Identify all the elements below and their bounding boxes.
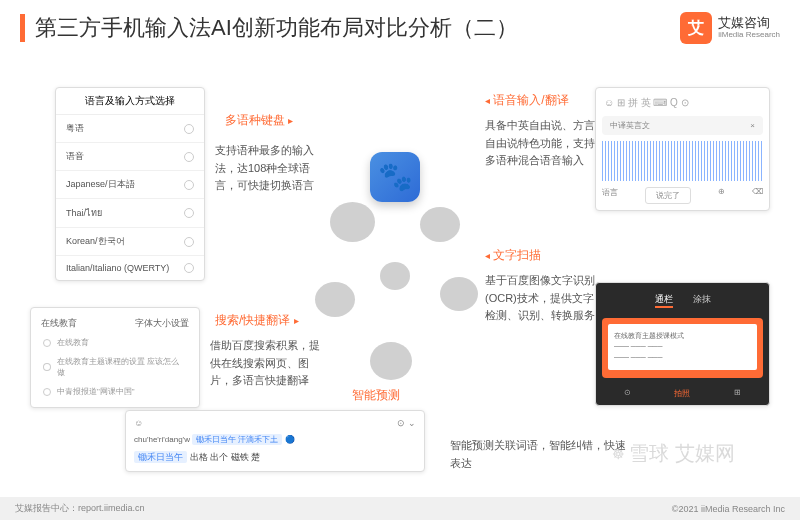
- watermark: ☸雪球 艾媒网: [612, 440, 735, 467]
- search-tab[interactable]: 在线教育: [41, 317, 77, 330]
- ocr-panel: 通栏涂抹 在线教育主题授课模式─── ─── ────── ─── ─── ⊙ …: [595, 282, 770, 406]
- logo-cn: 艾媒咨询: [718, 16, 780, 30]
- lang-row[interactable]: 语音: [56, 143, 204, 171]
- content: 语言及输入方式选择 粤语 语音 Japanese/日本語 Thai/ไทย Ko…: [0, 52, 800, 502]
- feature-desc: 支持语种最多的输入法，达108种全球语言，可快捷切换语言: [215, 142, 325, 195]
- lang-row[interactable]: 粤语: [56, 115, 204, 143]
- brand-logo: 艾 艾媒咨询 iiMedia Research: [680, 12, 780, 44]
- input-panel: ☺⊙ ⌄ chu'he'ri'dang'w 锄禾日当午 汗滴禾下土 🔵 锄禾日当…: [125, 410, 425, 472]
- radio-icon: [184, 237, 194, 247]
- lang-header: 语言及输入方式选择: [56, 88, 204, 115]
- feature-desc: 借助百度搜索积累，提供在线搜索网页、图片，多语言快捷翻译: [210, 337, 320, 390]
- waveform-icon: [602, 141, 763, 181]
- grid-icon[interactable]: ⊞: [734, 388, 741, 399]
- ocr-tab[interactable]: 通栏: [655, 293, 673, 308]
- node-diagram: [310, 192, 490, 392]
- emoji-icon[interactable]: ☺: [134, 418, 143, 428]
- search-result[interactable]: 中青报报道"网课中国": [37, 382, 193, 401]
- collapse-icon[interactable]: ⊙ ⌄: [397, 418, 416, 428]
- gallery-icon[interactable]: ⊙: [624, 388, 631, 399]
- ocr-tab[interactable]: 涂抹: [693, 293, 711, 308]
- feature-desc: 基于百度图像文字识别(OCR)技术，提供文字检测、识别、转换服务: [485, 272, 595, 325]
- lang-row[interactable]: Japanese/日本語: [56, 171, 204, 199]
- search-result[interactable]: 在线教育: [37, 333, 193, 352]
- voice-lang-button[interactable]: 语言: [602, 187, 618, 204]
- ocr-scan-area: 在线教育主题授课模式─── ─── ────── ─── ───: [602, 318, 763, 378]
- logo-icon: 艾: [680, 12, 712, 44]
- footer-left: 艾媒报告中心：report.iimedia.cn: [15, 502, 145, 515]
- feature-label: ◂ 语音输入/翻译: [485, 92, 569, 109]
- bullet-icon: [43, 339, 51, 347]
- footer: 艾媒报告中心：report.iimedia.cn ©2021 iiMedia R…: [0, 497, 800, 520]
- footer-right: ©2021 iiMedia Research Inc: [672, 504, 785, 514]
- lang-row[interactable]: Italian/Italiano (QWERTY): [56, 256, 204, 280]
- accent-bar: [20, 14, 25, 42]
- feature-desc: 智能预测关联词语，智能纠错，快速表达: [450, 437, 630, 472]
- radio-icon: [184, 208, 194, 218]
- close-icon[interactable]: ×: [750, 121, 755, 130]
- lang-row[interactable]: Korean/한국어: [56, 228, 204, 256]
- capture-button[interactable]: 拍照: [674, 388, 690, 399]
- lang-row[interactable]: Thai/ไทย: [56, 199, 204, 228]
- feature-label: 搜索/快捷翻译 ▸: [215, 312, 299, 329]
- radio-icon: [184, 152, 194, 162]
- voice-toolbar[interactable]: ☺ ⊞ 拼 英 ⌨ Q ⊙: [602, 94, 763, 112]
- pinyin-row: chu'he'ri'dang'w 锄禾日当午 汗滴禾下土 🔵: [130, 431, 420, 448]
- feature-label: 智能预测: [352, 387, 400, 404]
- voice-panel: ☺ ⊞ 拼 英 ⌨ Q ⊙ 中译英言文× 语言 说完了 ⊕ ⌫: [595, 87, 770, 211]
- backspace-icon[interactable]: ⌫: [752, 187, 763, 204]
- feature-label: ◂ 文字扫描: [485, 247, 541, 264]
- voice-done-button[interactable]: 说完了: [645, 187, 691, 204]
- feature-desc: 具备中英自由说、方言自由说特色功能，支持多语种混合语音输入: [485, 117, 595, 170]
- search-panel: 在线教育字体大小设置 在线教育 在线教育主题课程的设置 应该怎么做 中青报报道"…: [30, 307, 200, 408]
- page-title: 第三方手机输入法AI创新功能布局对比分析（二）: [35, 13, 518, 43]
- radio-icon: [184, 180, 194, 190]
- logo-en: iiMedia Research: [718, 31, 780, 40]
- voice-mode-box[interactable]: 中译英言文×: [602, 116, 763, 135]
- candidate-row[interactable]: 锄禾日当午 出格 出个 磁铁 楚: [130, 448, 420, 467]
- radio-icon: [184, 263, 194, 273]
- font-size-tab[interactable]: 字体大小设置: [135, 317, 189, 330]
- feature-label: 多语种键盘 ▸: [225, 112, 293, 129]
- paw-icon: 🐾: [378, 163, 413, 191]
- language-panel: 语言及输入方式选择 粤语 语音 Japanese/日本語 Thai/ไทย Ko…: [55, 87, 205, 281]
- bullet-icon: [43, 388, 51, 396]
- search-result[interactable]: 在线教育主题课程的设置 应该怎么做: [37, 352, 193, 382]
- radio-icon: [184, 124, 194, 134]
- bullet-icon: [43, 363, 51, 371]
- voice-add-icon[interactable]: ⊕: [718, 187, 725, 204]
- title-wrap: 第三方手机输入法AI创新功能布局对比分析（二）: [20, 13, 518, 43]
- header: 第三方手机输入法AI创新功能布局对比分析（二） 艾 艾媒咨询 iiMedia R…: [0, 0, 800, 52]
